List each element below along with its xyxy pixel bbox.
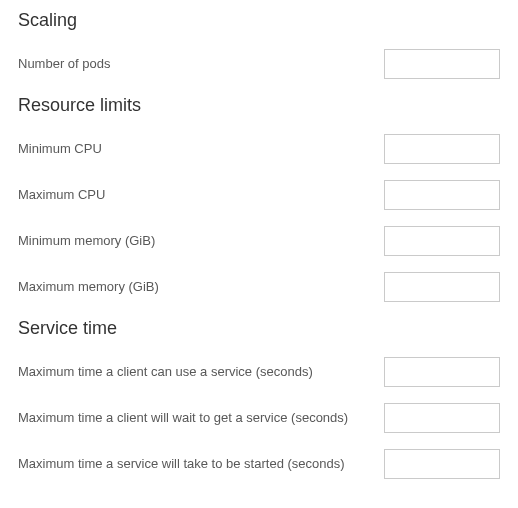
maximum-memory-label: Maximum memory (GiB) [18, 278, 384, 296]
maximum-cpu-label: Maximum CPU [18, 186, 384, 204]
maximum-memory-row: Maximum memory (GiB) [18, 272, 500, 302]
max-use-time-stepper[interactable] [384, 357, 500, 387]
minimum-memory-row: Minimum memory (GiB) [18, 226, 500, 256]
minimum-cpu-input[interactable] [385, 135, 518, 163]
service-time-section: Service time Maximum time a client can u… [18, 318, 500, 479]
max-start-time-label: Maximum time a service will take to be s… [18, 455, 384, 473]
maximum-memory-stepper[interactable] [384, 272, 500, 302]
max-use-time-label: Maximum time a client can use a service … [18, 363, 384, 381]
minimum-memory-label: Minimum memory (GiB) [18, 232, 384, 250]
maximum-cpu-row: Maximum CPU [18, 180, 500, 210]
max-start-time-row: Maximum time a service will take to be s… [18, 449, 500, 479]
number-of-pods-stepper[interactable] [384, 49, 500, 79]
resource-limits-section: Resource limits Minimum CPU Maximum CPU … [18, 95, 500, 302]
maximum-cpu-input[interactable] [385, 181, 518, 209]
max-wait-time-row: Maximum time a client will wait to get a… [18, 403, 500, 433]
max-start-time-input[interactable] [385, 450, 518, 478]
max-use-time-row: Maximum time a client can use a service … [18, 357, 500, 387]
max-wait-time-label: Maximum time a client will wait to get a… [18, 409, 384, 427]
maximum-memory-input[interactable] [385, 273, 518, 301]
number-of-pods-row: Number of pods [18, 49, 500, 79]
scaling-section: Scaling Number of pods [18, 10, 500, 79]
minimum-memory-stepper[interactable] [384, 226, 500, 256]
max-start-time-stepper[interactable] [384, 449, 500, 479]
minimum-cpu-label: Minimum CPU [18, 140, 384, 158]
max-wait-time-stepper[interactable] [384, 403, 500, 433]
max-use-time-input[interactable] [385, 358, 518, 386]
resource-limits-heading: Resource limits [18, 95, 500, 116]
minimum-cpu-stepper[interactable] [384, 134, 500, 164]
minimum-memory-input[interactable] [385, 227, 518, 255]
max-wait-time-input[interactable] [385, 404, 518, 432]
service-time-heading: Service time [18, 318, 500, 339]
minimum-cpu-row: Minimum CPU [18, 134, 500, 164]
maximum-cpu-stepper[interactable] [384, 180, 500, 210]
number-of-pods-input[interactable] [385, 50, 518, 78]
scaling-heading: Scaling [18, 10, 500, 31]
number-of-pods-label: Number of pods [18, 55, 384, 73]
